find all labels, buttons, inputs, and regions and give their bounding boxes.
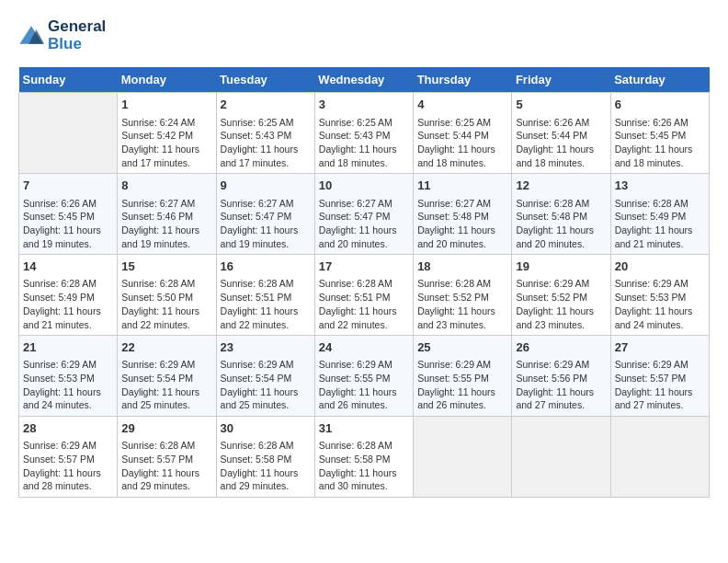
day-info: Sunrise: 6:28 AM Sunset: 5:50 PM Dayligh… (121, 277, 211, 331)
day-info: Sunrise: 6:28 AM Sunset: 5:48 PM Dayligh… (516, 197, 606, 251)
daylight-label: Daylight: 11 hours and 27 minutes. (516, 386, 594, 411)
sunset-time: 5:42 PM (157, 130, 193, 141)
daylight-label: Daylight: 11 hours and 19 minutes. (121, 224, 199, 249)
sunrise-time: 6:28 AM (653, 198, 688, 209)
day-info: Sunrise: 6:28 AM Sunset: 5:52 PM Dayligh… (417, 277, 507, 331)
calendar-cell: 20 Sunrise: 6:29 AM Sunset: 5:53 PM Dayl… (610, 255, 709, 336)
daylight-label: Daylight: 11 hours and 17 minutes. (221, 144, 299, 168)
day-info: Sunrise: 6:29 AM Sunset: 5:54 PM Dayligh… (221, 358, 311, 412)
daylight-label: Daylight: 11 hours and 22 minutes. (221, 305, 299, 330)
sunset-label: Sunset: (615, 211, 651, 222)
day-number: 20 (615, 259, 705, 275)
sunrise-time: 6:29 AM (258, 359, 294, 370)
calendar-cell: 30 Sunrise: 6:28 AM Sunset: 5:58 PM Dayl… (216, 417, 314, 498)
sunrise-label: Sunrise: (121, 359, 159, 370)
sunset-label: Sunset: (23, 211, 59, 222)
sunrise-time: 6:27 AM (357, 198, 392, 209)
calendar-cell: 14 Sunrise: 6:28 AM Sunset: 5:49 PM Dayl… (19, 255, 118, 336)
day-info: Sunrise: 6:28 AM Sunset: 5:49 PM Dayligh… (23, 277, 113, 331)
sunset-time: 5:48 PM (552, 211, 587, 222)
daylight-label: Daylight: 11 hours and 29 minutes. (221, 467, 299, 492)
daylight-label: Daylight: 11 hours and 20 minutes. (516, 224, 594, 249)
sunset-label: Sunset: (121, 373, 157, 384)
sunrise-label: Sunrise: (121, 198, 159, 209)
daylight-label: Daylight: 11 hours and 18 minutes. (516, 144, 594, 168)
calendar-cell: 9 Sunrise: 6:27 AM Sunset: 5:47 PM Dayli… (216, 174, 314, 255)
sunset-time: 5:55 PM (354, 373, 390, 384)
day-info: Sunrise: 6:25 AM Sunset: 5:44 PM Dayligh… (417, 116, 507, 170)
sunset-label: Sunset: (417, 292, 453, 303)
sunset-time: 5:57 PM (59, 454, 95, 465)
sunset-time: 5:44 PM (453, 130, 489, 141)
sunset-label: Sunset: (319, 454, 355, 465)
sunrise-time: 6:28 AM (554, 198, 590, 209)
sunset-label: Sunset: (121, 454, 157, 465)
sunrise-time: 6:29 AM (160, 359, 196, 370)
sunset-time: 5:54 PM (157, 373, 193, 384)
day-info: Sunrise: 6:28 AM Sunset: 5:58 PM Dayligh… (221, 439, 311, 493)
day-info: Sunrise: 6:29 AM Sunset: 5:56 PM Dayligh… (516, 358, 606, 412)
sunrise-label: Sunrise: (121, 117, 159, 128)
day-number: 5 (516, 97, 606, 113)
daylight-label: Daylight: 11 hours and 27 minutes. (615, 386, 693, 411)
calendar-cell: 25 Sunrise: 6:29 AM Sunset: 5:55 PM Dayl… (414, 336, 512, 417)
daylight-label: Daylight: 11 hours and 20 minutes. (319, 224, 397, 249)
calendar-cell: 3 Sunrise: 6:25 AM Sunset: 5:43 PM Dayli… (314, 93, 413, 174)
calendar-cell: 31 Sunrise: 6:28 AM Sunset: 5:58 PM Dayl… (314, 417, 413, 498)
calendar-cell: 15 Sunrise: 6:28 AM Sunset: 5:50 PM Dayl… (118, 255, 216, 336)
sunrise-label: Sunrise: (516, 117, 553, 128)
day-number: 25 (417, 339, 507, 356)
day-number: 22 (121, 339, 211, 356)
sunset-label: Sunset: (23, 373, 59, 384)
sunset-time: 5:54 PM (256, 373, 291, 384)
day-number: 15 (121, 259, 211, 275)
calendar-cell: 26 Sunrise: 6:29 AM Sunset: 5:56 PM Dayl… (512, 336, 610, 417)
sunset-time: 5:49 PM (650, 211, 686, 222)
sunset-label: Sunset: (615, 292, 651, 303)
day-number: 29 (121, 420, 211, 437)
sunrise-time: 6:28 AM (258, 440, 294, 451)
day-info: Sunrise: 6:28 AM Sunset: 5:57 PM Dayligh… (121, 439, 211, 493)
calendar-cell: 21 Sunrise: 6:29 AM Sunset: 5:53 PM Dayl… (19, 336, 118, 417)
weekday-header-friday: Friday (512, 67, 610, 93)
sunrise-label: Sunrise: (319, 117, 357, 128)
daylight-label: Daylight: 11 hours and 23 minutes. (417, 305, 495, 330)
calendar-cell (610, 417, 709, 498)
sunrise-time: 6:28 AM (357, 278, 392, 289)
sunset-time: 5:43 PM (354, 130, 390, 141)
day-number: 28 (23, 420, 113, 437)
sunset-label: Sunset: (615, 130, 651, 141)
sunset-time: 5:49 PM (59, 292, 95, 303)
calendar-cell: 2 Sunrise: 6:25 AM Sunset: 5:43 PM Dayli… (216, 93, 314, 174)
sunrise-time: 6:28 AM (456, 278, 492, 289)
sunrise-label: Sunrise: (417, 278, 455, 289)
day-number: 4 (417, 97, 507, 113)
sunrise-label: Sunrise: (516, 198, 553, 209)
sunset-time: 5:48 PM (453, 211, 489, 222)
sunrise-time: 6:29 AM (456, 359, 492, 370)
sunrise-time: 6:24 AM (160, 117, 196, 128)
daylight-label: Daylight: 11 hours and 25 minutes. (221, 386, 299, 411)
sunset-time: 5:57 PM (650, 373, 686, 384)
day-number: 11 (417, 178, 507, 194)
sunrise-label: Sunrise: (121, 278, 159, 289)
sunrise-label: Sunrise: (417, 198, 455, 209)
day-number: 3 (319, 97, 409, 113)
day-info: Sunrise: 6:29 AM Sunset: 5:53 PM Dayligh… (23, 358, 113, 412)
daylight-label: Daylight: 11 hours and 18 minutes. (319, 144, 397, 168)
day-number: 18 (417, 259, 507, 275)
day-number: 2 (221, 97, 311, 113)
calendar-cell: 28 Sunrise: 6:29 AM Sunset: 5:57 PM Dayl… (19, 417, 118, 498)
day-info: Sunrise: 6:25 AM Sunset: 5:43 PM Dayligh… (319, 116, 409, 170)
sunset-label: Sunset: (221, 454, 256, 465)
daylight-label: Daylight: 11 hours and 30 minutes. (319, 467, 397, 492)
daylight-label: Daylight: 11 hours and 29 minutes. (121, 467, 199, 492)
sunrise-time: 6:29 AM (61, 440, 97, 451)
daylight-label: Daylight: 11 hours and 22 minutes. (319, 305, 397, 330)
sunrise-label: Sunrise: (615, 359, 653, 370)
calendar-table: SundayMondayTuesdayWednesdayThursdayFrid… (18, 67, 710, 498)
sunset-time: 5:51 PM (256, 292, 291, 303)
daylight-label: Daylight: 11 hours and 17 minutes. (121, 144, 199, 168)
day-number: 31 (319, 420, 409, 437)
sunset-label: Sunset: (221, 211, 256, 222)
